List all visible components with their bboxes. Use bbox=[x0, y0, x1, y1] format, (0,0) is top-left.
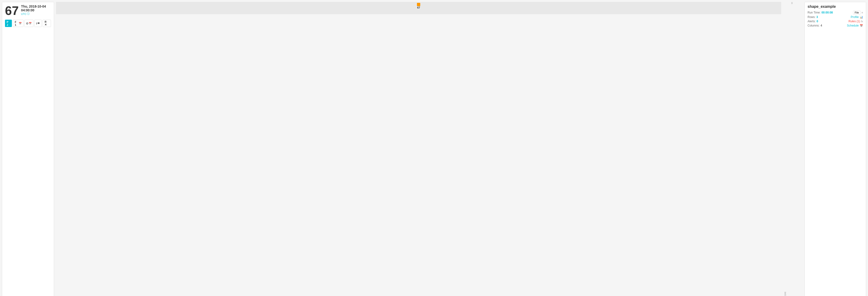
file-row[interactable]: File ≡ bbox=[836, 11, 863, 14]
alerts-row: Alerts: 0 bbox=[808, 20, 834, 23]
info-icon: ⓘ bbox=[27, 12, 30, 15]
schedule-link[interactable]: Schedule bbox=[847, 24, 859, 27]
columns-row: Columns: 4 bbox=[808, 24, 834, 27]
rules-link[interactable]: Rules (1) bbox=[848, 20, 860, 23]
fx-icon: fx bbox=[861, 20, 863, 23]
score-marker: 67 bbox=[417, 3, 420, 9]
schedule-icon: 📅 bbox=[860, 24, 863, 27]
score-timezone: UTC ⓘ bbox=[21, 12, 51, 15]
calendar-icon-o: 📅 bbox=[29, 22, 32, 25]
badge-o[interactable]: O 📅 bbox=[24, 20, 34, 27]
info-title: shape_example bbox=[808, 4, 863, 9]
rows-row: Rows: 3 bbox=[808, 15, 834, 19]
info-panel: shape_example Run Time: 00:00:08 File ≡ … bbox=[804, 2, 866, 296]
rules-row[interactable]: Rules (1) fx bbox=[836, 20, 863, 23]
file-button[interactable]: File bbox=[853, 11, 861, 14]
score-badges: P J F 1 📅 O 📅 I 👁 R ✕ bbox=[5, 20, 51, 27]
badge-f1[interactable]: F 1 📅 bbox=[13, 20, 23, 27]
chart-score-value: 67 bbox=[417, 6, 420, 9]
calendar-icon: 📅 bbox=[19, 22, 22, 25]
file-icon: ≡ bbox=[862, 11, 863, 14]
profile-chart-icon: 📊 bbox=[860, 15, 863, 19]
profile-row[interactable]: Profile 📊 bbox=[836, 15, 863, 19]
score-value: 67 bbox=[5, 4, 19, 17]
badge-r[interactable]: R ✕ bbox=[43, 20, 51, 27]
score-axis-zero: 0 bbox=[788, 2, 793, 4]
badge-pj[interactable]: P J bbox=[5, 20, 12, 27]
score-date: Thu, 2018-10-04 04:00:00 bbox=[21, 4, 51, 12]
chart-area: 67 Score 0 Rows bbox=[56, 2, 793, 296]
profile-link[interactable]: Profile bbox=[851, 15, 859, 19]
eye-icon: 👁 bbox=[37, 22, 40, 25]
score-axis-label: Score bbox=[782, 2, 788, 296]
score-card: 67 Thu, 2018-10-04 04:00:00 UTC ⓘ P J F … bbox=[2, 2, 54, 296]
schedule-row[interactable]: Schedule 📅 bbox=[836, 24, 863, 27]
runtime-row: Run Time: 00:00:08 bbox=[808, 11, 834, 14]
badge-i[interactable]: I 👁 bbox=[34, 20, 42, 27]
